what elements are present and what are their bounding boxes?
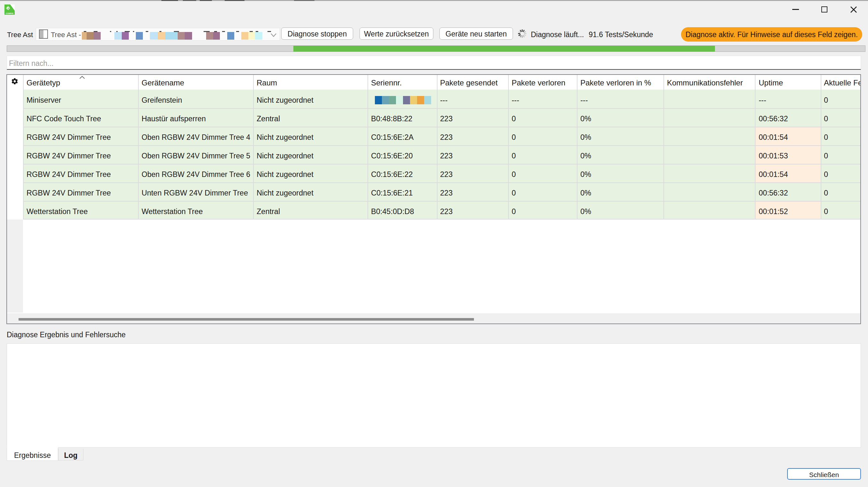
svg-text:CONFIG: CONFIG — [6, 12, 14, 14]
